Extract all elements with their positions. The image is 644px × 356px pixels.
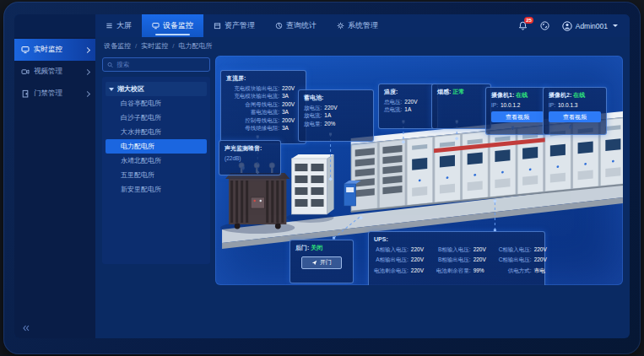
field-value: 220V [474,256,492,264]
panel-title: 摄像机2: [549,92,571,98]
field-value: 1A [324,111,331,120]
field-label: 电池剩余容量: [436,267,471,275]
panel-title: 后门: [295,245,309,251]
tree-item[interactable]: 白谷亭配电所 [106,96,207,111]
panel-title: 摄像机1: [491,92,514,98]
view-video-button[interactable]: 查看视频 [549,111,601,122]
tree-item[interactable]: 新安里配电所 [106,182,207,197]
panel-title: 烟感: [437,89,451,94]
nav-label: 设备监控 [163,20,193,31]
fullscreen-icon [540,21,549,30]
tree-item[interactable]: 白沙子配电所 [106,111,207,125]
field-label: A相输入电压: [374,245,409,254]
field-label: 放电流: [304,111,322,120]
dashboard-icon [106,22,113,30]
smoke-status: 正常 [452,89,464,94]
dc-screen-panel: 直流屏: 充电模块输出电压:220V 充电模块输出电流:3A 合闸母线电压:20… [220,70,306,144]
tree-parent-label: 湖大校区 [117,84,144,94]
sidebar-collapse-button[interactable] [22,324,30,332]
search-icon [107,62,113,68]
user-menu[interactable]: Admin001 [562,21,618,31]
field-label: A相输出电压: [374,256,409,264]
panel-title: 温度: [384,88,432,96]
nav-label: 查询统计 [286,20,317,31]
topbar-right: 25 Admin001 [518,14,630,37]
temperature-panel: 温度: 总电压:220V 总电流:1A [378,84,438,129]
notification-badge: 25 [524,17,534,24]
ups-panel: UPS: A相输入电压:220V B相输入电压:220V C相输入电压:220V… [368,231,545,285]
breadcrumb-item[interactable]: 设备监控 [104,41,131,51]
battery-panel: 蓄电池: 放电压:220V 放电流:1A 放电量:20% [298,89,374,142]
field-value: 20% [324,120,335,128]
noise-value: (22dB) [225,154,241,163]
breadcrumb-item[interactable]: 实时监控 [141,41,168,51]
breadcrumb-item[interactable]: 电力配电所 [178,41,212,51]
camera2-panel: 摄像机2: 在线 IP:10.0.1.3 查看视频 [543,87,607,135]
breadcrumb: 设备监控 / 实时监控 / 电力配电所 [95,37,630,54]
station-tree-column: 湖大校区 白谷亭配电所 白沙子配电所 大水井配电所 电力配电所 永靖北配电所 五… [102,56,210,338]
field-label: 供电方式: [499,267,532,275]
nav-item-system[interactable]: 系统管理 [327,14,388,37]
field-label: 合闸母线电压: [226,100,279,109]
panel-title: 声光监测噪音: [225,144,275,153]
nav-item-device-monitor[interactable]: 设备监控 [142,14,203,37]
camera1-ip: 10.0.1.2 [501,101,521,110]
noise-monitor-panel: 声光监测噪音: (22dB) [219,140,281,175]
view-video-button[interactable]: 查看视频 [491,111,544,122]
field-label: 电池剩余电压: [374,267,409,275]
tree-item[interactable]: 大水井配电所 [106,125,207,139]
camera2-ip: 10.0.1.3 [558,101,578,110]
battery-cabinet [291,154,333,214]
field-label: B相输入电压: [436,245,471,254]
nav-item-assets[interactable]: 资产管理 [203,14,265,37]
nav-label: 大屏 [116,20,132,31]
avatar-icon [562,21,572,31]
video-camera-icon [21,67,30,76]
notification-bell[interactable]: 25 [518,21,528,30]
field-value: 220V [534,245,553,254]
tree-item[interactable]: 永靖北配电所 [106,154,207,168]
fullscreen-button[interactable] [540,21,549,30]
field-label: 充电模块输出电流: [226,92,279,100]
app-window: 大屏 设备监控 资产管理 查询统计 系统管理 25 [14,14,630,338]
camera1-status: 在线 [516,92,528,98]
top-navbar: 大屏 设备监控 资产管理 查询统计 系统管理 25 [14,14,630,37]
field-value: 市电 [534,267,553,275]
monitor-stage: 直流屏: 充电模块输出电压:220V 充电模块输出电流:3A 合闸母线电压:20… [215,56,623,285]
field-label: IP: [549,101,555,110]
sidebar-item-video-management[interactable]: 视频管理 [14,61,95,83]
field-label: C相输入电压: [499,245,532,254]
panel-title: 蓄电池: [304,94,368,102]
door-icon [21,89,30,98]
monitor-icon [152,22,160,30]
chevron-right-icon [84,68,90,74]
open-door-button[interactable]: 开门 [301,256,342,269]
search-input[interactable] [116,61,205,68]
field-value: 220V [324,104,337,112]
sidebar: 实时监控 视频管理 门禁管理 [14,37,95,338]
camera2-status: 在线 [573,92,585,98]
field-label: 母线绝缘电阻: [226,124,279,132]
realtime-monitor-icon [21,46,30,54]
field-value: 220V [411,267,430,275]
panel-title: UPS: [374,235,539,244]
breadcrumb-separator: / [135,42,137,50]
field-value: 220V [411,245,430,254]
panel-title: 直流屏: [226,74,300,83]
field-value: 99% [474,267,492,275]
nav-item-query-stats[interactable]: 查询统计 [265,14,327,37]
field-label: 放电量: [304,120,322,128]
tree-item[interactable]: 五里配电所 [106,168,207,182]
nav-label: 资产管理 [225,20,255,31]
nav-item-dashboard[interactable]: 大屏 [95,14,142,37]
gear-icon [337,22,344,30]
field-value: 220V [474,245,492,254]
field-value: 220V [404,98,417,106]
tree-parent-node[interactable]: 湖大校区 [106,82,207,96]
camera1-panel: 摄像机1: 在线 IP:10.0.1.2 查看视频 [485,87,549,135]
sidebar-item-realtime-monitor[interactable]: 实时监控 [14,39,95,61]
tree-item-selected[interactable]: 电力配电所 [106,139,207,154]
tree-search-box[interactable] [102,57,210,72]
smoke-sensor-panel: 烟感: 正常 [431,84,491,129]
sidebar-item-access-control[interactable]: 门禁管理 [14,83,95,105]
